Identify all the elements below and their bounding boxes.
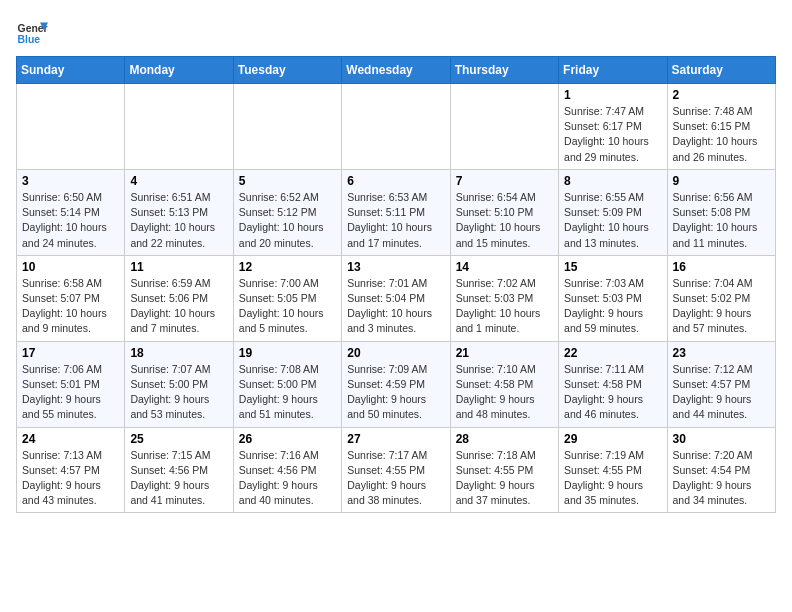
day-info: Sunrise: 7:15 AMSunset: 4:56 PMDaylight:… xyxy=(130,448,227,509)
weekday-header-cell: Sunday xyxy=(17,57,125,84)
calendar-cell: 2Sunrise: 7:48 AMSunset: 6:15 PMDaylight… xyxy=(667,84,775,170)
calendar-cell xyxy=(450,84,558,170)
weekday-header-cell: Friday xyxy=(559,57,667,84)
calendar-cell: 28Sunrise: 7:18 AMSunset: 4:55 PMDayligh… xyxy=(450,427,558,513)
day-number: 29 xyxy=(564,432,661,446)
day-info: Sunrise: 6:53 AMSunset: 5:11 PMDaylight:… xyxy=(347,190,444,251)
calendar-cell: 17Sunrise: 7:06 AMSunset: 5:01 PMDayligh… xyxy=(17,341,125,427)
calendar-cell xyxy=(342,84,450,170)
weekday-header-cell: Thursday xyxy=(450,57,558,84)
calendar-cell xyxy=(17,84,125,170)
day-number: 14 xyxy=(456,260,553,274)
calendar-cell: 27Sunrise: 7:17 AMSunset: 4:55 PMDayligh… xyxy=(342,427,450,513)
day-number: 16 xyxy=(673,260,770,274)
day-info: Sunrise: 6:50 AMSunset: 5:14 PMDaylight:… xyxy=(22,190,119,251)
day-number: 5 xyxy=(239,174,336,188)
weekday-header-cell: Wednesday xyxy=(342,57,450,84)
calendar-cell: 22Sunrise: 7:11 AMSunset: 4:58 PMDayligh… xyxy=(559,341,667,427)
day-number: 22 xyxy=(564,346,661,360)
calendar-week-row: 10Sunrise: 6:58 AMSunset: 5:07 PMDayligh… xyxy=(17,255,776,341)
day-info: Sunrise: 7:17 AMSunset: 4:55 PMDaylight:… xyxy=(347,448,444,509)
calendar-cell: 1Sunrise: 7:47 AMSunset: 6:17 PMDaylight… xyxy=(559,84,667,170)
day-info: Sunrise: 7:10 AMSunset: 4:58 PMDaylight:… xyxy=(456,362,553,423)
day-number: 9 xyxy=(673,174,770,188)
calendar-week-row: 17Sunrise: 7:06 AMSunset: 5:01 PMDayligh… xyxy=(17,341,776,427)
day-info: Sunrise: 6:54 AMSunset: 5:10 PMDaylight:… xyxy=(456,190,553,251)
day-info: Sunrise: 7:00 AMSunset: 5:05 PMDaylight:… xyxy=(239,276,336,337)
calendar-body: 1Sunrise: 7:47 AMSunset: 6:17 PMDaylight… xyxy=(17,84,776,513)
day-number: 3 xyxy=(22,174,119,188)
svg-text:Blue: Blue xyxy=(18,34,41,45)
calendar-cell: 9Sunrise: 6:56 AMSunset: 5:08 PMDaylight… xyxy=(667,169,775,255)
calendar-cell: 10Sunrise: 6:58 AMSunset: 5:07 PMDayligh… xyxy=(17,255,125,341)
day-number: 10 xyxy=(22,260,119,274)
day-info: Sunrise: 6:58 AMSunset: 5:07 PMDaylight:… xyxy=(22,276,119,337)
day-number: 28 xyxy=(456,432,553,446)
calendar-week-row: 1Sunrise: 7:47 AMSunset: 6:17 PMDaylight… xyxy=(17,84,776,170)
day-info: Sunrise: 7:07 AMSunset: 5:00 PMDaylight:… xyxy=(130,362,227,423)
day-info: Sunrise: 7:16 AMSunset: 4:56 PMDaylight:… xyxy=(239,448,336,509)
calendar-cell: 5Sunrise: 6:52 AMSunset: 5:12 PMDaylight… xyxy=(233,169,341,255)
day-info: Sunrise: 7:01 AMSunset: 5:04 PMDaylight:… xyxy=(347,276,444,337)
calendar-cell: 29Sunrise: 7:19 AMSunset: 4:55 PMDayligh… xyxy=(559,427,667,513)
day-number: 30 xyxy=(673,432,770,446)
day-number: 2 xyxy=(673,88,770,102)
day-number: 21 xyxy=(456,346,553,360)
calendar-week-row: 24Sunrise: 7:13 AMSunset: 4:57 PMDayligh… xyxy=(17,427,776,513)
day-number: 20 xyxy=(347,346,444,360)
day-number: 1 xyxy=(564,88,661,102)
day-info: Sunrise: 7:47 AMSunset: 6:17 PMDaylight:… xyxy=(564,104,661,165)
day-info: Sunrise: 7:19 AMSunset: 4:55 PMDaylight:… xyxy=(564,448,661,509)
day-info: Sunrise: 6:59 AMSunset: 5:06 PMDaylight:… xyxy=(130,276,227,337)
day-info: Sunrise: 7:06 AMSunset: 5:01 PMDaylight:… xyxy=(22,362,119,423)
calendar-cell: 12Sunrise: 7:00 AMSunset: 5:05 PMDayligh… xyxy=(233,255,341,341)
day-info: Sunrise: 6:56 AMSunset: 5:08 PMDaylight:… xyxy=(673,190,770,251)
day-number: 12 xyxy=(239,260,336,274)
calendar-cell: 26Sunrise: 7:16 AMSunset: 4:56 PMDayligh… xyxy=(233,427,341,513)
weekday-header-row: SundayMondayTuesdayWednesdayThursdayFrid… xyxy=(17,57,776,84)
calendar-table: SundayMondayTuesdayWednesdayThursdayFrid… xyxy=(16,56,776,513)
calendar-cell: 21Sunrise: 7:10 AMSunset: 4:58 PMDayligh… xyxy=(450,341,558,427)
day-number: 18 xyxy=(130,346,227,360)
day-number: 17 xyxy=(22,346,119,360)
calendar-cell: 24Sunrise: 7:13 AMSunset: 4:57 PMDayligh… xyxy=(17,427,125,513)
day-number: 6 xyxy=(347,174,444,188)
weekday-header-cell: Saturday xyxy=(667,57,775,84)
day-number: 15 xyxy=(564,260,661,274)
day-number: 23 xyxy=(673,346,770,360)
calendar-cell: 4Sunrise: 6:51 AMSunset: 5:13 PMDaylight… xyxy=(125,169,233,255)
day-info: Sunrise: 7:20 AMSunset: 4:54 PMDaylight:… xyxy=(673,448,770,509)
day-info: Sunrise: 7:11 AMSunset: 4:58 PMDaylight:… xyxy=(564,362,661,423)
day-number: 26 xyxy=(239,432,336,446)
day-number: 11 xyxy=(130,260,227,274)
day-number: 19 xyxy=(239,346,336,360)
logo: General Blue xyxy=(16,16,48,48)
calendar-cell: 18Sunrise: 7:07 AMSunset: 5:00 PMDayligh… xyxy=(125,341,233,427)
calendar-cell: 16Sunrise: 7:04 AMSunset: 5:02 PMDayligh… xyxy=(667,255,775,341)
calendar-week-row: 3Sunrise: 6:50 AMSunset: 5:14 PMDaylight… xyxy=(17,169,776,255)
day-number: 8 xyxy=(564,174,661,188)
day-info: Sunrise: 7:48 AMSunset: 6:15 PMDaylight:… xyxy=(673,104,770,165)
day-number: 25 xyxy=(130,432,227,446)
day-number: 27 xyxy=(347,432,444,446)
day-number: 24 xyxy=(22,432,119,446)
day-info: Sunrise: 7:02 AMSunset: 5:03 PMDaylight:… xyxy=(456,276,553,337)
day-info: Sunrise: 7:08 AMSunset: 5:00 PMDaylight:… xyxy=(239,362,336,423)
calendar-cell: 23Sunrise: 7:12 AMSunset: 4:57 PMDayligh… xyxy=(667,341,775,427)
calendar-cell xyxy=(125,84,233,170)
day-info: Sunrise: 7:13 AMSunset: 4:57 PMDaylight:… xyxy=(22,448,119,509)
page-header: General Blue xyxy=(16,16,776,48)
calendar-cell: 8Sunrise: 6:55 AMSunset: 5:09 PMDaylight… xyxy=(559,169,667,255)
weekday-header-cell: Tuesday xyxy=(233,57,341,84)
calendar-cell: 11Sunrise: 6:59 AMSunset: 5:06 PMDayligh… xyxy=(125,255,233,341)
logo-icon: General Blue xyxy=(16,16,48,48)
calendar-cell: 3Sunrise: 6:50 AMSunset: 5:14 PMDaylight… xyxy=(17,169,125,255)
calendar-cell: 30Sunrise: 7:20 AMSunset: 4:54 PMDayligh… xyxy=(667,427,775,513)
calendar-cell: 13Sunrise: 7:01 AMSunset: 5:04 PMDayligh… xyxy=(342,255,450,341)
calendar-cell xyxy=(233,84,341,170)
calendar-cell: 20Sunrise: 7:09 AMSunset: 4:59 PMDayligh… xyxy=(342,341,450,427)
day-number: 13 xyxy=(347,260,444,274)
day-info: Sunrise: 6:55 AMSunset: 5:09 PMDaylight:… xyxy=(564,190,661,251)
day-info: Sunrise: 7:09 AMSunset: 4:59 PMDaylight:… xyxy=(347,362,444,423)
calendar-cell: 6Sunrise: 6:53 AMSunset: 5:11 PMDaylight… xyxy=(342,169,450,255)
